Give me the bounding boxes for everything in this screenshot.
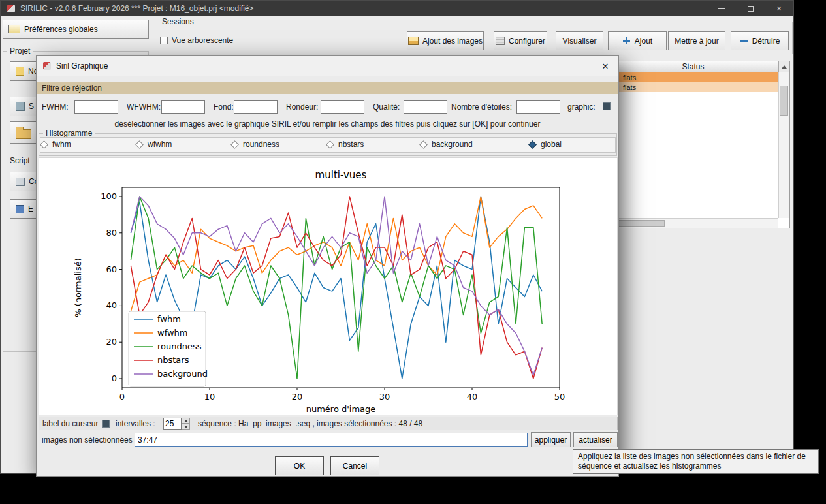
edit-label: E (28, 204, 33, 213)
multi-vues-chart[interactable]: 01020304050020406080100multi-vuesnuméro … (39, 157, 618, 415)
svg-text:0: 0 (112, 373, 117, 383)
window-title: SIRILIC - v2.0.6 February 2026 *** Proje… (20, 4, 254, 13)
svg-text:background: background (157, 369, 208, 379)
cancel-button[interactable]: Cancel (330, 456, 379, 475)
main-titlebar: SIRILIC - v2.0.6 February 2026 *** Proje… (1, 1, 793, 16)
table-row[interactable]: flats (609, 82, 778, 92)
maximize-button[interactable] (736, 1, 765, 16)
svg-text:% (normalisé): % (normalisé) (73, 258, 83, 317)
cursor-checkbox[interactable] (102, 420, 110, 428)
spinner-up-icon[interactable] (182, 418, 190, 424)
nbstars-input[interactable] (516, 100, 560, 114)
visualize-button[interactable]: Visualiser (556, 31, 603, 50)
status-column-header[interactable]: Status (609, 61, 778, 72)
svg-text:40: 40 (467, 392, 478, 402)
radio-background[interactable]: background (421, 140, 473, 149)
radio-label: background (432, 140, 473, 149)
radio-icon (40, 140, 48, 149)
checkbox-icon (160, 37, 168, 44)
table-row[interactable]: flats (609, 72, 778, 82)
tree-view-checkbox[interactable]: Vue arborescente (160, 36, 233, 45)
radio-label: nbstars (338, 140, 364, 149)
apply-button[interactable]: appliquer (531, 432, 571, 447)
scroll-up-button[interactable] (778, 61, 789, 72)
script-legend: Script (7, 156, 33, 165)
radio-selected-icon (528, 140, 537, 149)
global-preferences-button[interactable]: Préférences globales (3, 20, 149, 39)
unselected-images-label: images non sélectionnées : (42, 435, 136, 445)
intervals-spinner[interactable] (163, 418, 190, 430)
svg-text:80: 80 (106, 228, 117, 238)
nbstars-label: Nombre d'étoiles: (451, 102, 512, 112)
add-images-button[interactable]: Ajout des images (407, 31, 484, 50)
svg-text:multi-vues: multi-vues (315, 169, 367, 181)
preferences-label: Préférences globales (24, 25, 98, 34)
graphic-label: graphic: (567, 102, 596, 112)
wfwhm-label: WFWHM: (127, 102, 161, 112)
row-label: flats (623, 84, 636, 91)
radio-wfwhm[interactable]: wfwhm (136, 140, 172, 149)
svg-text:0: 0 (119, 392, 125, 402)
radio-global[interactable]: global (530, 140, 562, 149)
refresh-button[interactable]: actualiser (573, 432, 618, 447)
svg-text:fwhm: fwhm (157, 314, 181, 324)
radio-nbstars[interactable]: nbstars (327, 140, 364, 149)
save-icon (16, 102, 25, 111)
svg-text:40: 40 (106, 300, 117, 310)
instruction-text: désélectionner les images avec le graphi… (37, 119, 618, 129)
intervals-label: intervalles : (116, 419, 155, 428)
histogram-legend: Histogramme (43, 129, 95, 138)
rondeur-input[interactable] (321, 100, 364, 114)
destroy-button[interactable]: Détruire (731, 31, 789, 50)
svg-text:60: 60 (106, 264, 117, 274)
minimize-icon (718, 8, 725, 9)
chart-footer-bar: label du curseur intervalles : séquence … (39, 417, 618, 430)
qualite-input[interactable] (404, 100, 447, 114)
dialog-titlebar: Siril Graphique (37, 56, 618, 76)
radio-icon (230, 140, 239, 149)
close-button[interactable] (765, 1, 793, 16)
wfwhm-input[interactable] (161, 100, 205, 114)
new-file-icon (16, 67, 24, 76)
radio-label: fwhm (52, 140, 71, 149)
graphic-checkbox[interactable] (603, 102, 611, 110)
dialog-icon (43, 62, 51, 70)
scrollbar-thumb[interactable] (780, 86, 788, 116)
save-label: S (29, 102, 34, 111)
images-icon (408, 37, 419, 45)
intervals-input[interactable] (163, 418, 182, 430)
tree-view-label: Vue arborescente (172, 36, 233, 45)
radio-roundness[interactable]: roundness (232, 140, 279, 149)
add-images-label: Ajout des images (422, 37, 483, 46)
ok-button[interactable]: OK (275, 456, 324, 475)
minimize-button[interactable] (707, 1, 736, 16)
svg-text:20: 20 (292, 392, 303, 402)
qualite-label: Qualité: (373, 102, 400, 112)
radio-label: wfwhm (148, 140, 172, 149)
horizontal-scrollbar[interactable] (609, 218, 778, 228)
svg-text:10: 10 (204, 392, 215, 402)
unselected-images-input[interactable] (135, 433, 528, 447)
rejection-filter-header: Filtre de réjection (37, 82, 618, 94)
fwhm-input[interactable] (74, 100, 118, 114)
spinner-down-icon[interactable] (182, 424, 190, 430)
update-button[interactable]: Mettre à jour (668, 31, 725, 50)
preferences-icon (8, 25, 20, 33)
row-label: flats (623, 74, 636, 82)
fond-input[interactable] (234, 100, 278, 114)
svg-text:20: 20 (106, 337, 117, 347)
radio-icon (135, 140, 144, 149)
console-icon (16, 178, 25, 186)
project-legend: Projet (7, 46, 33, 55)
fond-label: Fond: (214, 102, 234, 112)
dialog-close-button[interactable] (592, 56, 618, 76)
radio-fwhm[interactable]: fwhm (41, 140, 71, 149)
sequence-info: séquence : Ha_pp_images_.seq , images sé… (198, 419, 422, 428)
dialog-title: Siril Graphique (56, 61, 108, 71)
chart-canvas: 01020304050020406080100multi-vuesnuméro … (39, 158, 618, 416)
configure-button[interactable]: Configurer (494, 31, 547, 50)
add-session-button[interactable]: Ajout (608, 31, 667, 50)
configure-icon (496, 37, 505, 45)
configure-label: Configurer (509, 37, 545, 46)
vertical-scrollbar[interactable] (778, 72, 789, 218)
